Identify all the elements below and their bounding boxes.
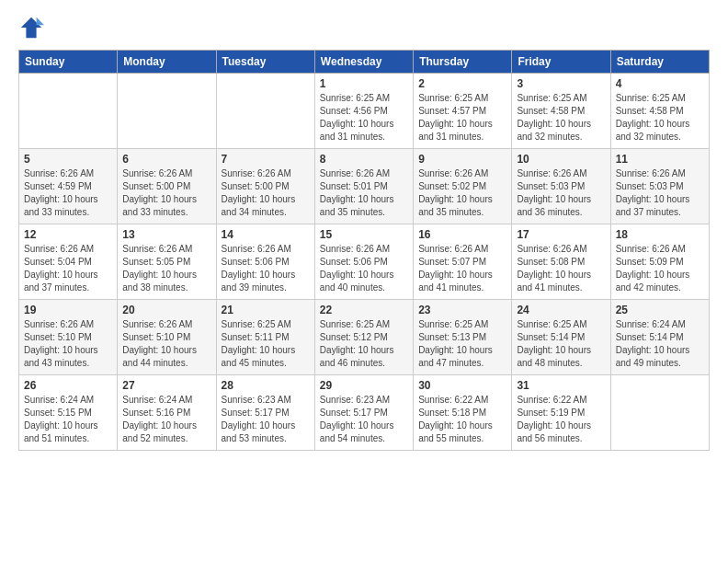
day-info: Sunrise: 6:24 AMSunset: 5:15 PMDaylight:… (24, 394, 112, 445)
week-row-4: 19Sunrise: 6:26 AMSunset: 5:10 PMDayligh… (19, 300, 710, 375)
day-cell: 5Sunrise: 6:26 AMSunset: 4:59 PMDaylight… (19, 149, 118, 224)
day-cell (610, 375, 709, 451)
day-number: 4 (616, 77, 704, 90)
day-cell: 10Sunrise: 6:26 AMSunset: 5:03 PMDayligh… (512, 149, 610, 224)
day-info: Sunrise: 6:26 AMSunset: 4:59 PMDaylight:… (24, 167, 112, 219)
day-number: 9 (418, 153, 506, 166)
day-number: 23 (418, 304, 506, 316)
day-cell: 8Sunrise: 6:26 AMSunset: 5:01 PMDaylight… (314, 149, 413, 224)
calendar-header-row: SundayMondayTuesdayWednesdayThursdayFrid… (19, 51, 710, 74)
day-cell: 29Sunrise: 6:23 AMSunset: 5:17 PMDayligh… (314, 375, 413, 451)
day-info: Sunrise: 6:25 AMSunset: 5:11 PMDaylight:… (222, 318, 310, 370)
day-info: Sunrise: 6:26 AMSunset: 5:06 PMDaylight:… (222, 243, 310, 294)
day-number: 12 (24, 228, 112, 241)
day-number: 19 (24, 304, 112, 316)
day-info: Sunrise: 6:26 AMSunset: 5:00 PMDaylight:… (222, 167, 310, 219)
day-cell: 16Sunrise: 6:26 AMSunset: 5:07 PMDayligh… (414, 224, 512, 300)
day-header-thursday: Thursday (414, 51, 512, 74)
page: SundayMondayTuesdayWednesdayThursdayFrid… (0, 0, 728, 563)
day-number: 7 (222, 153, 310, 166)
day-info: Sunrise: 6:26 AMSunset: 5:05 PMDaylight:… (122, 243, 210, 294)
day-number: 20 (122, 304, 210, 316)
day-cell: 12Sunrise: 6:26 AMSunset: 5:04 PMDayligh… (19, 224, 118, 300)
day-header-tuesday: Tuesday (216, 51, 314, 74)
day-cell: 1Sunrise: 6:25 AMSunset: 4:56 PMDaylight… (314, 74, 413, 149)
day-cell: 26Sunrise: 6:24 AMSunset: 5:15 PMDayligh… (19, 375, 118, 451)
day-cell: 28Sunrise: 6:23 AMSunset: 5:17 PMDayligh… (216, 375, 314, 451)
day-header-saturday: Saturday (610, 51, 709, 74)
day-info: Sunrise: 6:26 AMSunset: 5:09 PMDaylight:… (616, 243, 704, 294)
day-number: 27 (122, 379, 210, 392)
day-header-monday: Monday (118, 51, 216, 74)
day-number: 28 (222, 379, 310, 392)
day-number: 22 (320, 304, 408, 316)
day-info: Sunrise: 6:26 AMSunset: 5:01 PMDaylight:… (320, 167, 408, 219)
day-number: 29 (320, 379, 408, 392)
logo (18, 15, 47, 40)
day-info: Sunrise: 6:24 AMSunset: 5:14 PMDaylight:… (616, 318, 704, 370)
day-cell: 9Sunrise: 6:26 AMSunset: 5:02 PMDaylight… (414, 149, 512, 224)
day-info: Sunrise: 6:22 AMSunset: 5:19 PMDaylight:… (517, 394, 605, 445)
day-header-wednesday: Wednesday (314, 51, 413, 74)
day-cell: 7Sunrise: 6:26 AMSunset: 5:00 PMDaylight… (216, 149, 314, 224)
day-cell: 11Sunrise: 6:26 AMSunset: 5:03 PMDayligh… (610, 149, 709, 224)
day-info: Sunrise: 6:26 AMSunset: 5:08 PMDaylight:… (517, 243, 605, 294)
day-cell: 15Sunrise: 6:26 AMSunset: 5:06 PMDayligh… (314, 224, 413, 300)
day-cell: 6Sunrise: 6:26 AMSunset: 5:00 PMDaylight… (118, 149, 216, 224)
day-number: 26 (24, 379, 112, 392)
day-info: Sunrise: 6:25 AMSunset: 5:12 PMDaylight:… (320, 318, 408, 370)
day-cell: 24Sunrise: 6:25 AMSunset: 5:14 PMDayligh… (512, 300, 610, 375)
day-number: 14 (222, 228, 310, 241)
day-number: 16 (418, 228, 506, 241)
day-cell: 14Sunrise: 6:26 AMSunset: 5:06 PMDayligh… (216, 224, 314, 300)
day-cell (118, 74, 216, 149)
day-number: 13 (122, 228, 210, 241)
svg-marker-1 (37, 17, 44, 25)
day-info: Sunrise: 6:26 AMSunset: 5:04 PMDaylight:… (24, 243, 112, 294)
day-cell: 19Sunrise: 6:26 AMSunset: 5:10 PMDayligh… (19, 300, 118, 375)
header (18, 15, 710, 40)
day-info: Sunrise: 6:26 AMSunset: 5:03 PMDaylight:… (616, 167, 704, 219)
day-header-friday: Friday (512, 51, 610, 74)
day-info: Sunrise: 6:25 AMSunset: 5:13 PMDaylight:… (418, 318, 506, 370)
day-number: 10 (517, 153, 605, 166)
logo-icon (18, 15, 44, 40)
day-cell: 4Sunrise: 6:25 AMSunset: 4:58 PMDaylight… (610, 74, 709, 149)
day-cell: 27Sunrise: 6:24 AMSunset: 5:16 PMDayligh… (118, 375, 216, 451)
day-number: 1 (320, 77, 408, 90)
day-cell: 2Sunrise: 6:25 AMSunset: 4:57 PMDaylight… (414, 74, 512, 149)
day-info: Sunrise: 6:23 AMSunset: 5:17 PMDaylight:… (222, 394, 310, 445)
day-number: 30 (418, 379, 506, 392)
day-number: 15 (320, 228, 408, 241)
week-row-1: 1Sunrise: 6:25 AMSunset: 4:56 PMDaylight… (19, 74, 710, 149)
day-info: Sunrise: 6:25 AMSunset: 4:58 PMDaylight:… (517, 92, 605, 144)
day-info: Sunrise: 6:26 AMSunset: 5:10 PMDaylight:… (24, 318, 112, 370)
day-cell: 22Sunrise: 6:25 AMSunset: 5:12 PMDayligh… (314, 300, 413, 375)
day-number: 2 (418, 77, 506, 90)
day-info: Sunrise: 6:25 AMSunset: 5:14 PMDaylight:… (517, 318, 605, 370)
day-info: Sunrise: 6:25 AMSunset: 4:58 PMDaylight:… (616, 92, 704, 144)
week-row-3: 12Sunrise: 6:26 AMSunset: 5:04 PMDayligh… (19, 224, 710, 300)
day-number: 8 (320, 153, 408, 166)
day-cell: 25Sunrise: 6:24 AMSunset: 5:14 PMDayligh… (610, 300, 709, 375)
week-row-2: 5Sunrise: 6:26 AMSunset: 4:59 PMDaylight… (19, 149, 710, 224)
week-row-5: 26Sunrise: 6:24 AMSunset: 5:15 PMDayligh… (19, 375, 710, 451)
day-info: Sunrise: 6:26 AMSunset: 5:10 PMDaylight:… (122, 318, 210, 370)
day-cell: 23Sunrise: 6:25 AMSunset: 5:13 PMDayligh… (414, 300, 512, 375)
day-info: Sunrise: 6:25 AMSunset: 4:57 PMDaylight:… (418, 92, 506, 144)
day-info: Sunrise: 6:26 AMSunset: 5:00 PMDaylight:… (122, 167, 210, 219)
day-number: 11 (616, 153, 704, 166)
day-info: Sunrise: 6:26 AMSunset: 5:06 PMDaylight:… (320, 243, 408, 294)
day-cell: 13Sunrise: 6:26 AMSunset: 5:05 PMDayligh… (118, 224, 216, 300)
day-info: Sunrise: 6:22 AMSunset: 5:18 PMDaylight:… (418, 394, 506, 445)
day-number: 18 (616, 228, 704, 241)
day-cell (216, 74, 314, 149)
day-cell: 21Sunrise: 6:25 AMSunset: 5:11 PMDayligh… (216, 300, 314, 375)
day-header-sunday: Sunday (19, 51, 118, 74)
day-number: 24 (517, 304, 605, 316)
day-cell: 3Sunrise: 6:25 AMSunset: 4:58 PMDaylight… (512, 74, 610, 149)
day-number: 6 (122, 153, 210, 166)
day-cell: 31Sunrise: 6:22 AMSunset: 5:19 PMDayligh… (512, 375, 610, 451)
day-cell: 18Sunrise: 6:26 AMSunset: 5:09 PMDayligh… (610, 224, 709, 300)
day-info: Sunrise: 6:26 AMSunset: 5:02 PMDaylight:… (418, 167, 506, 219)
